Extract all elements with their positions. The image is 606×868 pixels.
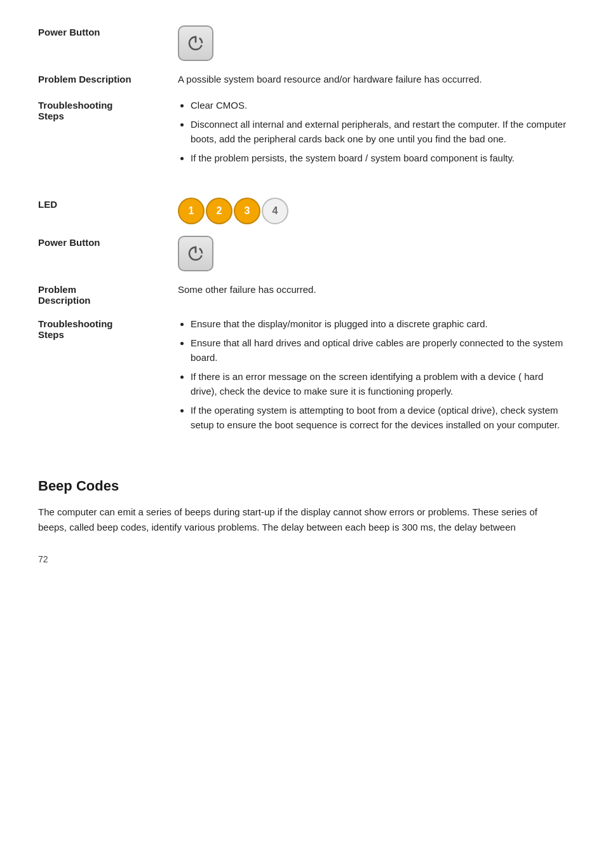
led-2-number: 2 <box>217 203 222 219</box>
problem-desc-label-1: Problem Description <box>38 74 131 85</box>
list-item: If the operating system is attempting to… <box>191 403 568 432</box>
problem-desc-section-2: ProblemDescription Some other failure ha… <box>38 283 568 306</box>
problem-desc-label-col-1: Problem Description <box>38 72 178 85</box>
power-button-icon-1 <box>178 25 213 61</box>
problem-desc-label-col-2: ProblemDescription <box>38 283 178 306</box>
page-number: 72 <box>38 554 568 564</box>
troubleshooting-label-col-1: TroubleshootingSteps <box>38 98 178 121</box>
led-3-circle: 3 <box>234 198 260 224</box>
list-item: If the problem persists, the system boar… <box>191 151 568 166</box>
list-item: Clear CMOS. <box>191 98 568 113</box>
power-button-text-1: Power Button <box>38 27 100 37</box>
troubleshooting-label-1: TroubleshootingSteps <box>38 100 113 121</box>
power-button-section-1: Power Button <box>38 25 568 61</box>
power-button-text-2: Power Button <box>38 237 100 248</box>
power-button-section-2: Power Button <box>38 236 568 271</box>
problem-desc-text-2: Some other failure has occurred. <box>178 283 568 297</box>
led-section: LED 1 2 3 4 <box>38 198 568 224</box>
list-item: Ensure that the display/monitor is plugg… <box>191 317 568 332</box>
led-4-circle: 4 <box>262 198 288 224</box>
beep-codes-text: The computer can emit a series of beeps … <box>38 505 568 535</box>
list-item: If there is an error message on the scre… <box>191 370 568 398</box>
list-item: Disconnect all internal and external per… <box>191 118 568 146</box>
led-1-circle: 1 <box>178 198 205 224</box>
problem-desc-text-1: A possible system board resource and/or … <box>178 72 568 87</box>
power-icon-wrapper-1 <box>178 25 213 61</box>
led-1-number: 1 <box>189 203 194 219</box>
troubleshooting-list-1: Clear CMOS. Disconnect all internal and … <box>178 98 568 166</box>
power-button-icon-2 <box>178 236 213 271</box>
power-button-label-1: Power Button <box>38 25 178 37</box>
power-symbol-1 <box>185 33 206 53</box>
led-2-circle: 2 <box>206 198 232 224</box>
led-4-number: 4 <box>273 203 278 219</box>
list-item: Ensure that all hard drives and optical … <box>191 336 568 365</box>
power-button-label-col-2: Power Button <box>38 236 178 248</box>
power-button-icon-col-2 <box>178 236 568 271</box>
power-button-icon-col-1 <box>178 25 568 61</box>
led-row: 1 2 3 4 <box>178 198 568 224</box>
power-icon-wrapper-2 <box>178 236 213 271</box>
problem-desc-label-2: ProblemDescription <box>38 284 91 306</box>
troubleshooting-list-2: Ensure that the display/monitor is plugg… <box>178 317 568 433</box>
power-symbol-2 <box>185 243 206 264</box>
troubleshooting-content-2: Ensure that the display/monitor is plugg… <box>178 317 568 438</box>
led-label: LED <box>38 199 57 210</box>
problem-desc-section-1: Problem Description A possible system bo… <box>38 72 568 87</box>
power-svg-1 <box>185 33 206 53</box>
troubleshooting-content-1: Clear CMOS. Disconnect all internal and … <box>178 98 568 171</box>
beep-codes-title: Beep Codes <box>38 478 568 494</box>
led-label-col: LED <box>38 198 178 210</box>
troubleshooting-label-col-2: TroubleshootingSteps <box>38 317 178 340</box>
power-svg-2 <box>185 243 206 264</box>
troubleshooting-section-1: TroubleshootingSteps Clear CMOS. Disconn… <box>38 98 568 171</box>
led-3-number: 3 <box>245 203 250 219</box>
troubleshooting-section-2: TroubleshootingSteps Ensure that the dis… <box>38 317 568 438</box>
troubleshooting-label-2: TroubleshootingSteps <box>38 318 113 340</box>
led-icons-col: 1 2 3 4 <box>178 198 568 224</box>
